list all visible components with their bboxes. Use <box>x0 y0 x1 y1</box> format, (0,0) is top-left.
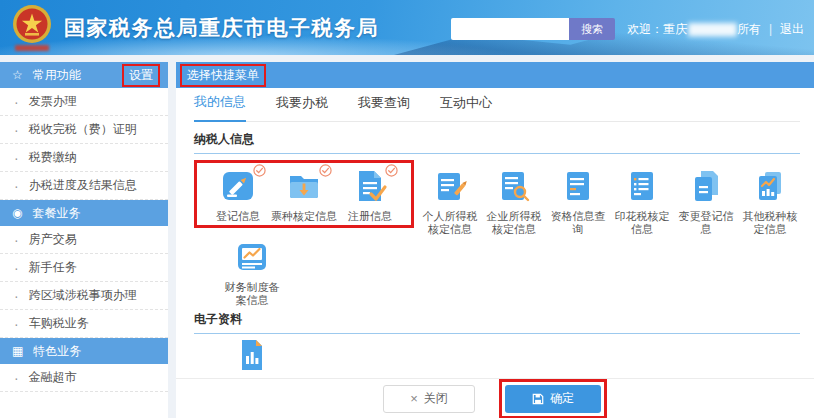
tab-item[interactable]: 互动中心 <box>440 94 492 121</box>
bullet-icon: · <box>14 95 19 109</box>
doc-chart-icon <box>751 167 789 205</box>
file-chart-icon <box>233 336 271 374</box>
checked-badge-icon <box>385 164 398 177</box>
feature-icon-label: 登记信息 <box>205 210 271 223</box>
feature-icon-label: 其他税种核定信息 <box>738 210 802 236</box>
doc-list-icon <box>623 167 661 205</box>
welcome-masked-name: ███████ <box>688 23 736 35</box>
sidebar-group-header: ▦特色业务 <box>0 338 168 364</box>
package-icon: ◉ <box>12 206 22 220</box>
doc-check-icon <box>351 167 389 205</box>
feature-icon-item[interactable]: 登记信息 <box>205 167 271 223</box>
doc-lines-icon <box>559 167 597 205</box>
sidebar-item[interactable]: ·税收完税（费）证明 <box>0 116 168 144</box>
welcome-text: 欢迎：重庆 ███████ 所有 <box>627 21 761 38</box>
logout-link[interactable]: 退出 <box>780 21 804 38</box>
brand: 国家税务总局重庆市电子税务局 <box>12 4 379 51</box>
header-divider: | <box>769 22 772 36</box>
feature-icon-label: 企业所得税核定信息 <box>482 210 546 236</box>
feature-icon-item[interactable]: 票种核定信息 <box>271 167 337 223</box>
checked-badge-icon <box>319 164 332 177</box>
sidebar-item-label: 税费缴纳 <box>29 149 77 166</box>
tab-bar: 我的信息我要办税我要查询互动中心 <box>194 88 800 122</box>
save-icon <box>532 393 544 405</box>
feature-icon-label: 财务制度备案信息 <box>220 281 284 307</box>
tab-item[interactable]: 我要查询 <box>358 94 410 121</box>
feature-icon-label: 变更登记信息 <box>674 210 738 236</box>
sidebar-item-label: 办税进度及结果信息 <box>29 177 137 194</box>
sidebar-item[interactable]: ·车购税业务 <box>0 310 168 338</box>
main-panel: 我的信息我要办税我要查询互动中心 纳税人信息 登记信息票种核定信息注册信息 个人… <box>176 88 814 378</box>
folder-download-icon <box>285 167 323 205</box>
feature-icon-label: 票种核定信息 <box>271 210 337 223</box>
feature-icon-item[interactable]: 印花税核定信息 <box>610 167 674 236</box>
search-button[interactable]: 搜索 <box>569 18 615 40</box>
feature-icon-item[interactable]: 电子资料 <box>220 336 284 378</box>
sidebar-header-label: 常用功能 <box>33 67 122 84</box>
welcome-prefix: 欢迎：重庆 <box>627 21 687 38</box>
sidebar-item-label: 车购税业务 <box>29 315 89 332</box>
sidebar-item[interactable]: ·办税进度及结果信息 <box>0 172 168 200</box>
section-title-taxpayer: 纳税人信息 <box>194 131 800 154</box>
bullet-icon: · <box>14 179 19 193</box>
close-button-label: 关闭 <box>424 390 448 407</box>
sidebar-item[interactable]: ·金融超市 <box>0 364 168 392</box>
bullet-icon: · <box>14 317 19 331</box>
section-title-electronic: 电子资料 <box>194 311 800 334</box>
feature-icon-item[interactable]: 财务制度备案信息 <box>220 238 284 307</box>
pencil-square-icon <box>219 167 257 205</box>
sidebar-group-label: 套餐业务 <box>32 205 80 222</box>
feature-icon-item[interactable]: 资格信息查询 <box>546 167 610 236</box>
confirm-button[interactable]: 确定 <box>505 385 601 413</box>
sidebar-item[interactable]: ·新手任务 <box>0 254 168 282</box>
search-input[interactable] <box>451 18 569 40</box>
sidebar-item-label: 新手任务 <box>29 259 77 276</box>
sidebar: ☆ 常用功能 设置 ·发票办理·税收完税（费）证明·税费缴纳·办税进度及结果信息… <box>0 62 168 418</box>
feature-icon-item[interactable]: 企业所得税核定信息 <box>482 167 546 236</box>
sidebar-item-label: 税收完税（费）证明 <box>29 121 137 138</box>
national-emblem-icon <box>12 4 52 44</box>
tab-item[interactable]: 我要办税 <box>276 94 328 121</box>
sidebar-group-header: ◉套餐业务 <box>0 200 168 226</box>
close-x-icon: × <box>410 391 418 406</box>
feature-icon-label: 注册信息 <box>337 210 403 223</box>
close-button[interactable]: × 关闭 <box>383 385 475 413</box>
bullet-icon: · <box>14 289 19 303</box>
doc-search-icon <box>495 167 533 205</box>
bullet-icon: · <box>14 233 19 247</box>
settings-button[interactable]: 设置 <box>129 68 153 82</box>
feature-icon-item[interactable]: 注册信息 <box>337 167 403 223</box>
doc-copy-icon <box>687 167 725 205</box>
sidebar-item[interactable]: ·跨区域涉税事项办理 <box>0 282 168 310</box>
tab-active[interactable]: 我的信息 <box>194 93 246 122</box>
settings-highlight-box: 设置 <box>122 64 160 87</box>
confirm-button-label: 确定 <box>550 390 574 407</box>
sidebar-nav: ·发票办理·税收完税（费）证明·税费缴纳·办税进度及结果信息◉套餐业务·房产交易… <box>0 88 168 392</box>
welcome-suffix: 所有 <box>737 21 761 38</box>
main-panel-header: 选择快捷菜单 <box>176 62 814 88</box>
sidebar-item[interactable]: ·发票办理 <box>0 88 168 116</box>
feature-icon-label: 印花税核定信息 <box>610 210 674 236</box>
sidebar-header: ☆ 常用功能 设置 <box>0 62 168 88</box>
bullet-icon: · <box>14 261 19 275</box>
feature-icon-label: 个人所得税核定信息 <box>418 210 482 236</box>
feature-icon-item[interactable]: 其他税种核定信息 <box>738 167 802 236</box>
feature-icon-item[interactable]: 变更登记信息 <box>674 167 738 236</box>
doc-pencil-icon <box>431 167 469 205</box>
site-title: 国家税务总局重庆市电子税务局 <box>64 14 379 42</box>
chart-line-icon <box>233 238 271 276</box>
panel-title-highlight-box: 选择快捷菜单 <box>180 64 266 87</box>
bullet-icon: · <box>14 123 19 137</box>
bullet-icon: · <box>14 151 19 165</box>
sidebar-item[interactable]: ·税费缴纳 <box>0 144 168 172</box>
logo <box>12 4 52 51</box>
feature-icon-label: 资格信息查询 <box>546 210 610 236</box>
star-icon: ☆ <box>12 68 23 82</box>
taxpayer-icons-row2: 财务制度备案信息 <box>220 238 800 307</box>
panel-footer: × 关闭 确定 <box>176 378 814 418</box>
sidebar-group-label: 特色业务 <box>33 343 81 360</box>
checked-badge-icon <box>253 164 266 177</box>
feature-icon-item[interactable]: 个人所得税核定信息 <box>418 167 482 236</box>
sidebar-item[interactable]: ·房产交易 <box>0 226 168 254</box>
sidebar-item-label: 房产交易 <box>29 231 77 248</box>
